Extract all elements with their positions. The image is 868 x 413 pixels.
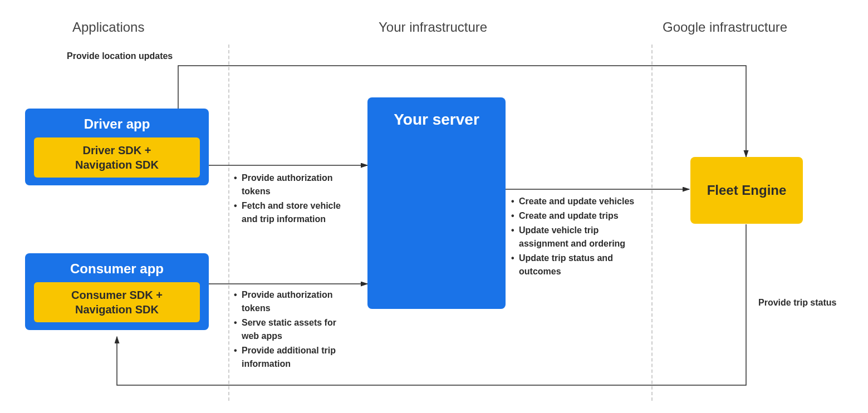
label-consumer-server: Provide authorization tokens Serve stati…	[234, 288, 354, 372]
label-consumer-server-item: Provide additional trip information	[234, 344, 354, 371]
driver-app-title: Driver app	[34, 116, 200, 132]
section-header-google-infra: Google infrastructure	[663, 19, 787, 35]
driver-app-box: Driver app Driver SDK + Navigation SDK	[25, 109, 209, 185]
section-header-your-infra: Your infrastructure	[379, 19, 487, 35]
consumer-app-sdk: Consumer SDK + Navigation SDK	[34, 282, 200, 322]
label-location-updates: Provide location updates	[67, 51, 173, 61]
divider-right	[651, 45, 653, 401]
label-trip-status: Provide trip status	[758, 298, 836, 308]
label-driver-server-item: Provide authorization tokens	[234, 171, 354, 198]
driver-app-sdk: Driver SDK + Navigation SDK	[34, 137, 200, 178]
your-server-title: Your server	[376, 111, 497, 129]
divider-left	[228, 45, 229, 401]
label-driver-server: Provide authorization tokens Fetch and s…	[234, 171, 354, 227]
label-server-fleet-item: Update vehicle trip assignment and order…	[511, 224, 648, 250]
label-server-fleet-item: Create and update trips	[511, 209, 648, 223]
your-server-box: Your server	[367, 97, 506, 309]
label-server-fleet: Create and update vehicles Create and up…	[511, 195, 648, 279]
label-server-fleet-item: Update trip status and outcomes	[511, 252, 648, 278]
label-driver-server-item: Fetch and store vehicle and trip informa…	[234, 199, 354, 226]
consumer-app-title: Consumer app	[34, 261, 200, 277]
label-server-fleet-item: Create and update vehicles	[511, 195, 648, 208]
fleet-engine-box: Fleet Engine	[690, 157, 803, 224]
section-header-applications: Applications	[72, 19, 144, 35]
consumer-app-box: Consumer app Consumer SDK + Navigation S…	[25, 253, 209, 330]
label-consumer-server-item: Serve static assets for web apps	[234, 316, 354, 343]
fleet-engine-label: Fleet Engine	[707, 183, 787, 198]
label-consumer-server-item: Provide authorization tokens	[234, 288, 354, 315]
